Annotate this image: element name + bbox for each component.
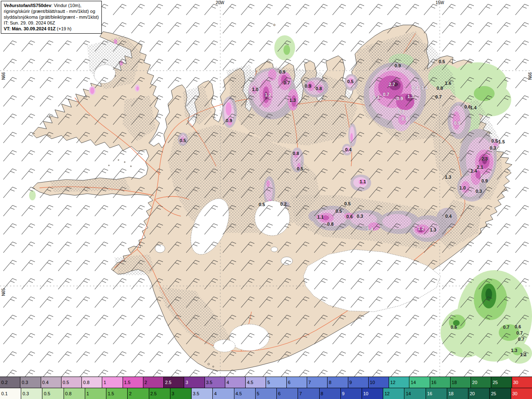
colorbar-segment: 16 [430,377,451,388]
precip-value-label: 0.6 [346,214,352,219]
colorbar-segment: 25 [490,388,511,399]
precip-value-label: 0.9 [397,96,403,101]
precip-value-label: 0.6 [464,104,470,109]
colorbar-segment: 20 [468,388,490,399]
precip-value-label: 1.3 [430,227,436,232]
colorbar-segment: 9 [348,377,369,388]
precip-value-label: 1.4 [367,227,373,232]
colorbar-segment: 12 [383,388,404,399]
precip-value-label: 1.2 [520,352,526,357]
colorbar-segment: 1 [85,388,106,399]
colorbar-segment: 0.8 [82,377,102,388]
precip-value-label: 2.3 [481,156,488,161]
title-line-2: rigning/skúrir (grænt/blátt/rautt - mm/1… [4,8,99,14]
precip-value-label: 1.3 [407,94,414,99]
precip-value-label: 0.6 [451,325,457,330]
latitude-label-n66-left: N66 [1,72,6,80]
colorbar-segment: 4 [213,388,234,399]
init-time: IT: Sun. 29. 09. 2024 06Z [4,20,99,26]
colorbar-rain: 0.10.30.50.811.522.533.544.5567891012141… [0,388,532,399]
colorbar-segment: 3 [170,388,192,399]
map-canvas [0,0,532,377]
precip-value-label: 2.7 [389,82,395,87]
colorbar-segment: 1.5 [123,377,143,388]
colorbar-segment: 8 [320,388,341,399]
precip-value-label: 0.5 [297,166,303,171]
precip-value-label: 1.0 [252,87,258,92]
precip-value-label: 0.3 [357,214,363,219]
precip-value-label: 0.9 [481,178,488,183]
colorbar-segment: 7 [298,388,319,399]
precip-value-label: 1.4 [470,105,476,110]
colorbar-segment: 12 [389,377,409,388]
colorbar-segment: 9 [341,388,362,399]
colorbar-segment: 6 [277,388,298,399]
precip-value-label: 0.8 [315,86,322,91]
title-box: Veðurstofan/IS750dev: Vindur (10m), rign… [1,1,102,34]
precip-value-label: 0.5 [335,209,342,214]
precip-value-label: 0.4 [445,214,451,219]
precip-value-label: 0.9 [279,69,285,74]
colorbar-segment: 10 [369,377,389,388]
precip-value-label: 0.7 [503,325,509,330]
wind-barbs-layer [0,0,532,377]
precip-value-label: 0.9 [305,84,311,89]
precip-value-label: 0.3 [490,145,496,150]
colorbar-segment: 14 [409,377,430,388]
colorbar-segment: 0.1 [0,388,21,399]
colorbar-segment: 16 [426,388,447,399]
colorbar-segment: 2.5 [164,377,184,388]
colorbar-segment: 1 [102,377,123,388]
colorbar-segment: 1.5 [106,388,128,399]
colorbar-segment: 0.3 [21,388,42,399]
precip-value-label: 0.7 [516,330,522,335]
precip-value-label: 1.3 [445,175,451,180]
precip-value-label: 1.3 [511,348,517,353]
colorbar-segment: 10 [362,388,383,399]
colorbar-segment: 4.5 [234,388,256,399]
colorbar-segment: 14 [404,388,426,399]
colorbar-segment: 6 [287,377,307,388]
precip-value-label: 0.9 [394,63,401,68]
precip-value-label: 0.2 [280,202,286,207]
precip-value-label: 1.2 [265,92,271,97]
precip-value-label: 0.4 [412,85,418,90]
colorbar-segment: 0.2 [0,377,20,388]
colorbar-segment: 18 [451,377,471,388]
colorbar-segment: 20 [471,377,491,388]
precip-value-label: 1.2 [418,226,424,231]
precip-value-label: 1.1 [317,214,323,219]
precip-value-label: 0.5 [344,201,350,206]
longitude-label-15w: 15W [436,0,444,5]
colorbar-segment: 30 [512,377,532,388]
colorbar-segment: 7 [307,377,328,388]
precip-value-label: 0.5 [491,138,498,143]
longitude-label-20w: 20W [216,0,224,5]
latitude-label-n65-left: N65 [1,288,6,296]
colorbar-segment: 8 [328,377,348,388]
precip-value-label: 1.3 [289,98,296,103]
precip-value-label: 0.5 [347,79,353,84]
precip-value-label: 0.5 [180,138,186,143]
precip-value-label: 0.9 [454,121,460,126]
precip-value-label: 1.0 [459,185,466,190]
colorbar-segment: 4.5 [246,377,266,388]
precip-value-label: 0.7 [398,109,404,114]
colorbar-segment: 0.5 [62,377,82,388]
colorbar-segment: 3 [184,377,204,388]
precip-value-label: 0.5 [438,59,445,64]
colorbar-segment: 2 [143,377,164,388]
precip-value-label: 0.5 [259,202,265,207]
precip-value-label: 0.8 [293,151,299,156]
colorbar-segment: 2.5 [149,388,170,399]
colorbar-snow: 0.20.30.40.50.811.522.533.544.5567891012… [0,377,532,388]
precip-value-label: 1.1 [360,179,366,184]
colorbar-segment: 30 [511,388,532,399]
precip-value-label: 1.4 [470,168,477,173]
precip-value-label: 0.8 [327,222,333,227]
colorbar-segment: 5 [266,377,286,388]
precip-value-label: 1.5 [498,139,505,144]
colorbar-segment: 0.3 [20,377,41,388]
precip-value-label: 0.4 [345,147,351,152]
colorbar-segment: 3.5 [192,388,213,399]
